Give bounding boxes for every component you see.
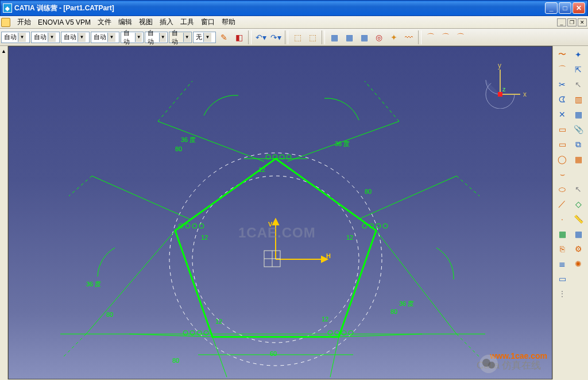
grid1-icon[interactable]: ▦ [327, 30, 341, 44]
mark-icon[interactable]: ◇ [570, 197, 586, 212]
mdi-close-button[interactable]: ✕ [578, 18, 587, 26]
svg-point-26 [362, 224, 367, 228]
paste-icon[interactable]: ✦ [570, 47, 586, 62]
combo-7[interactable]: 自动▼ [169, 32, 192, 43]
arc2-icon[interactable]: ⌒ [439, 30, 452, 44]
svg-marker-45 [273, 219, 278, 225]
swatch-icon[interactable]: ◧ [232, 30, 246, 44]
menu-edit[interactable]: 编辑 [115, 16, 136, 28]
meas-icon[interactable]: 📏 [570, 212, 586, 227]
profile-icon[interactable]: 〰 [402, 30, 416, 44]
combo-4[interactable]: 自动▼ [91, 32, 119, 43]
iso-view-icon[interactable]: ⬚ [291, 30, 304, 44]
menu-view[interactable]: 视图 [136, 16, 156, 28]
lines-icon[interactable]: ≣ [554, 256, 570, 271]
watermark-text: 1CAE.COM [238, 225, 316, 241]
axis-icon[interactable]: ✕ [554, 107, 570, 122]
combo-1[interactable]: 自动▼ [1, 32, 30, 43]
conic-icon[interactable]: ⌣ [554, 167, 570, 182]
dim-len-bl2: 80 [172, 357, 179, 364]
view-compass[interactable]: x y z [477, 63, 523, 109]
exit-icon[interactable]: ⎘ [554, 241, 570, 256]
folder-icon[interactable]: ▭ [554, 271, 570, 286]
compass-z: z [502, 86, 506, 93]
svg-point-39 [185, 224, 190, 228]
paint-icon[interactable]: ✎ [217, 30, 231, 44]
dim-angle-br: 36 度 [399, 300, 414, 308]
svg-point-29 [383, 224, 388, 228]
svg-line-11 [212, 337, 227, 377]
svg-line-21 [457, 176, 479, 196]
const1-icon[interactable]: ▦ [554, 227, 570, 241]
corner-icon[interactable]: ✂ [554, 77, 570, 92]
grid2-icon[interactable]: ▦ [342, 30, 356, 44]
burst-icon[interactable]: ✺ [570, 256, 586, 271]
dim-top: 12 [258, 166, 265, 173]
circle-tool-icon[interactable]: ◯ [554, 152, 570, 167]
menu-tools[interactable]: 工具 [177, 16, 198, 28]
undo-button[interactable]: ↶▾ [254, 30, 268, 44]
svg-line-20 [69, 176, 92, 196]
clip-icon[interactable]: 📎 [570, 122, 586, 137]
pointer-icon[interactable]: ↖ [570, 77, 586, 92]
point-tool-icon[interactable]: · [554, 212, 570, 227]
svg-line-18 [63, 334, 86, 357]
export-icon[interactable]: ⇱ [570, 62, 586, 77]
svg-line-10 [129, 334, 212, 337]
combo-2[interactable]: 自动▼ [31, 32, 60, 43]
mdi-minimize-button[interactable]: _ [557, 18, 566, 26]
cursor2-icon[interactable]: ↖ [570, 182, 586, 197]
trim-icon[interactable]: ▦ [570, 107, 586, 122]
svg-point-55 [488, 362, 495, 369]
more-icon[interactable]: ⋮ [554, 286, 570, 301]
minimize-button[interactable]: _ [545, 2, 558, 14]
offset-icon[interactable]: ▥ [570, 92, 586, 107]
scroll-up-icon[interactable]: ▲ [1, 48, 6, 54]
svg-point-35 [190, 331, 195, 335]
menu-enovia[interactable]: ENOVIA V5 VPM [34, 17, 94, 28]
svg-point-30 [328, 331, 332, 335]
svg-line-9 [330, 337, 339, 377]
fit-all-icon[interactable]: ⬚ [305, 30, 319, 44]
combo-5[interactable]: 自动▼ [121, 32, 144, 43]
viewport-3d[interactable]: 36 度 80 36 度 80 36 度 80 36 度 80 36 度 80 … [8, 46, 552, 379]
redo-button[interactable]: ↷▾ [269, 30, 283, 44]
maximize-button[interactable]: □ [559, 2, 571, 14]
svg-line-13 [92, 176, 189, 219]
mirror-icon[interactable]: ᗧ [554, 92, 570, 107]
sym-icon[interactable]: ⧉ [570, 137, 586, 152]
menu-window[interactable]: 窗口 [198, 16, 218, 28]
dim-br: 12 [322, 316, 328, 323]
window-titlebar: ◆ CATIA 训练营 - [Part1.CATPart] _ □ ✕ [0, 0, 588, 16]
dim-ml: 12 [201, 234, 208, 241]
combo-3[interactable]: 自动▼ [61, 32, 90, 43]
target-icon[interactable]: ◎ [372, 30, 386, 44]
menu-start[interactable]: 开始 [14, 16, 34, 28]
menu-insert[interactable]: 插入 [156, 16, 177, 28]
hex-icon[interactable]: ▭ [554, 137, 570, 152]
main-area: ▲ [0, 46, 588, 379]
arc3-icon[interactable]: ⌒ [454, 30, 467, 44]
menu-help[interactable]: 帮助 [218, 16, 239, 28]
dim-mr: 12 [346, 234, 353, 241]
combo-8[interactable]: 无▼ [193, 32, 216, 43]
menu-file[interactable]: 文件 [94, 16, 115, 28]
dim-len-tl: 80 [175, 145, 182, 152]
tune-icon[interactable]: ▦ [570, 152, 586, 167]
gear-icon[interactable]: ⚙ [570, 241, 586, 256]
ellipse-icon[interactable]: ⬭ [554, 182, 570, 197]
window-title: CATIA 训练营 - [Part1.CATPart] [14, 3, 114, 13]
const2-icon[interactable]: ▦ [570, 227, 586, 241]
arc-tool-icon[interactable]: ⌒ [554, 62, 570, 77]
close-button[interactable]: ✕ [572, 2, 585, 14]
constraint-icon[interactable]: ✦ [387, 30, 401, 44]
combo-6[interactable]: 自动▼ [145, 32, 168, 43]
arc1-icon[interactable]: ⌒ [424, 30, 438, 44]
mdi-restore-button[interactable]: ❐ [567, 18, 577, 26]
spline-icon[interactable]: 〜 [554, 47, 570, 62]
svg-line-6 [359, 176, 457, 219]
svg-point-41 [199, 224, 204, 228]
rect-icon[interactable]: ▭ [554, 122, 570, 137]
line-tool-icon[interactable]: ／ [554, 197, 570, 212]
grid3-icon[interactable]: ▦ [357, 30, 371, 44]
